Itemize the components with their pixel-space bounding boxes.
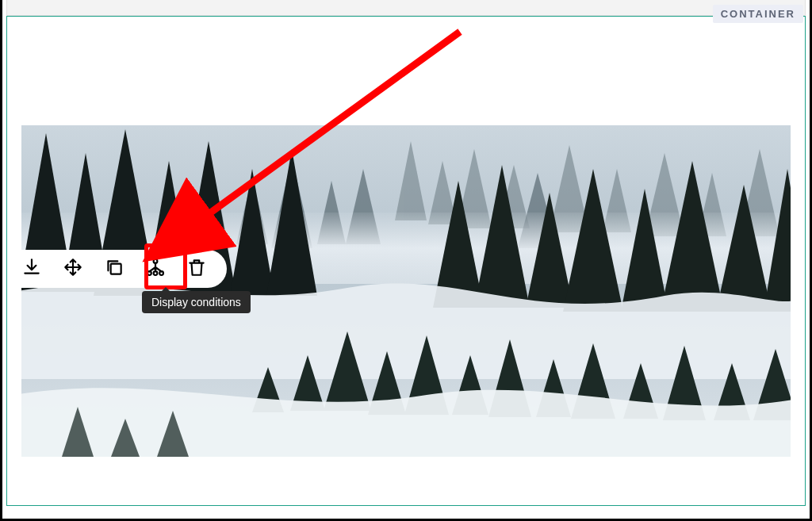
hero-image[interactable] (21, 125, 791, 457)
display-conditions-button[interactable] (140, 253, 171, 285)
delete-button[interactable] (181, 253, 213, 285)
move-button[interactable] (57, 253, 89, 285)
tooltip: Display conditions (142, 291, 251, 313)
tree-icon (145, 257, 166, 281)
trash-icon (186, 257, 207, 281)
container-tag: CONTAINER (713, 5, 803, 23)
save-button[interactable] (16, 253, 48, 285)
image-toolbar (8, 250, 227, 288)
svg-rect-48 (111, 264, 121, 274)
move-icon (63, 257, 83, 281)
copy-icon (104, 257, 124, 281)
download-icon (21, 257, 42, 281)
top-strip (6, 0, 806, 16)
copy-button[interactable] (98, 253, 130, 285)
